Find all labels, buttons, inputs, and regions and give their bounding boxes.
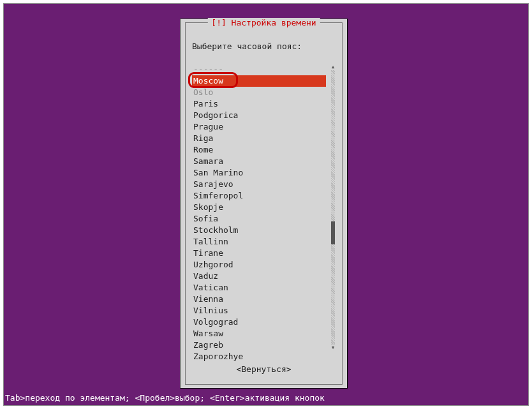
scrollbar-thumb[interactable] xyxy=(331,221,335,244)
list-item[interactable]: San Marino xyxy=(192,167,326,179)
list-item[interactable]: Vienna xyxy=(192,294,326,305)
scrollbar-track[interactable] xyxy=(331,70,335,345)
list-item[interactable]: Sarajevo xyxy=(192,179,326,190)
dialog-prompt: Выберите часовой пояс: xyxy=(192,41,302,51)
list-item[interactable]: Riga xyxy=(192,133,326,144)
scrollbar[interactable]: ▴ ▾ xyxy=(330,64,336,351)
list-item[interactable]: Tallinn xyxy=(192,236,326,248)
list-item[interactable]: Warsaw xyxy=(192,328,326,339)
list-item[interactable]: Vatican xyxy=(192,282,326,294)
list-item[interactable]: Samara xyxy=(192,156,326,167)
timezone-dialog: [!] Настройка времени Выберите часовой п… xyxy=(180,19,348,389)
list-item[interactable]: Uzhgorod xyxy=(192,259,326,271)
dialog-title: [!] Настройка времени xyxy=(207,18,320,27)
installer-background: [!] Настройка времени Выберите часовой п… xyxy=(3,3,529,406)
list-item[interactable]: Podgorica xyxy=(192,110,326,121)
list-item[interactable]: Zaporozhye xyxy=(192,351,326,362)
list-item[interactable]: Tirane xyxy=(192,248,326,259)
list-item[interactable]: Skopje xyxy=(192,202,326,213)
list-item-obscured: ------ xyxy=(192,64,326,75)
list-item[interactable]: Simferopol xyxy=(192,190,326,202)
list-item[interactable]: Prague xyxy=(192,121,326,133)
list-item[interactable]: Vilnius xyxy=(192,305,326,316)
list-item[interactable]: Rome xyxy=(192,144,326,156)
list-item[interactable]: Zagreb xyxy=(192,339,326,351)
scroll-down-icon[interactable]: ▾ xyxy=(330,345,336,351)
scroll-up-icon[interactable]: ▴ xyxy=(330,64,336,70)
list-item[interactable]: Paris xyxy=(192,98,326,110)
list-item[interactable]: Sofia xyxy=(192,213,326,225)
list-item[interactable]: Stockholm xyxy=(192,225,326,236)
list-item[interactable]: Vaduz xyxy=(192,271,326,282)
list-item[interactable]: Moscow xyxy=(192,75,326,87)
back-button[interactable]: <Вернуться> xyxy=(236,364,291,374)
list-item[interactable]: Volgograd xyxy=(192,316,326,328)
footer-hints: Tab>переход по элементам; <Пробел>выбор;… xyxy=(5,393,325,403)
list-item[interactable]: Oslo xyxy=(192,87,326,98)
timezone-list[interactable]: ------ Moscow Oslo Paris Podgorica Pragu… xyxy=(192,64,326,362)
